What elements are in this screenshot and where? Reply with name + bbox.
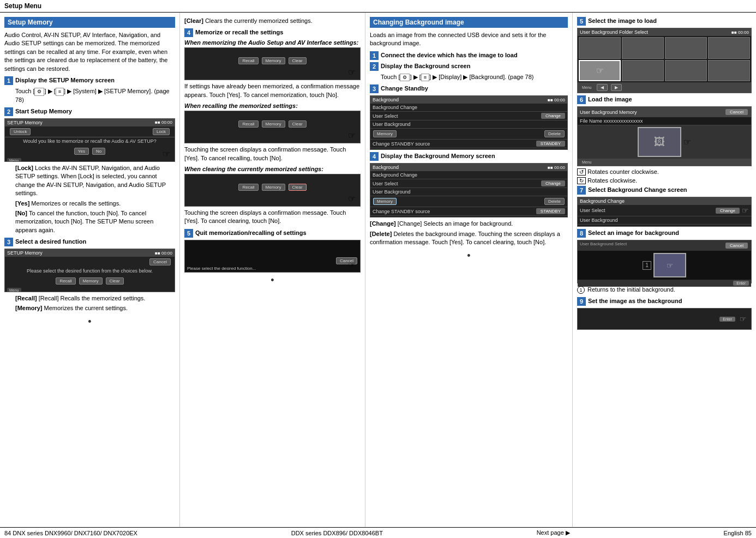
italic1: When memorizing the Audio Setup and AV I… (184, 39, 361, 46)
ub-filename-row: File Name xxxxxxxxxxxxxxxx (578, 117, 751, 125)
bg-user-select-label: User Select (580, 208, 605, 213)
recall-text: [Recall] Recalls the memorized settings. (39, 295, 146, 301)
ub-select-cancel[interactable]: Cancel (725, 243, 748, 249)
thumb-3[interactable] (665, 37, 707, 59)
ub-memory-screen: User Background Memory Cancel File Name … (577, 106, 752, 166)
menu-btn-2[interactable]: Menu (7, 288, 21, 292)
thumb-5-selected[interactable]: ☞ (579, 60, 621, 82)
user-bg-label: User Background (373, 122, 411, 127)
memory-term: [Memory] (15, 305, 44, 311)
user-bg-row2: User Background (370, 188, 567, 196)
thumb-8[interactable] (708, 60, 750, 82)
set-bg-screen: Enter ☞ (577, 308, 752, 330)
step1-num: 1 (4, 76, 13, 85)
change-standby-screen: Background ■■ 00:00 Background Change Us… (370, 95, 568, 150)
recall-bar-btn1[interactable]: Recall (238, 57, 258, 64)
col4-step5-header: 5 Select the image to load (577, 17, 752, 26)
recall-bar-screen2: Recall Memory Clear ☞ (184, 111, 361, 143)
standby-screen-signal: ■■ 00:00 (548, 98, 565, 102)
recall-btn-s2[interactable]: Recall (56, 277, 75, 285)
screen1-title: SETUP Memory (7, 120, 43, 125)
bg-user-bg-label: User Background (580, 217, 618, 223)
nav-btn-left[interactable]: ◀ (597, 84, 608, 91)
delete-btn-s4[interactable]: Delete (544, 198, 565, 205)
memory-btn-s2[interactable]: Memory (79, 277, 103, 285)
menu-btn-1[interactable]: Menu (7, 158, 21, 162)
change-btn-s3[interactable]: Change (541, 113, 565, 119)
clear-btn-s2[interactable]: Clear (106, 277, 124, 285)
change-btn-s4[interactable]: Change (541, 180, 565, 186)
bg-change-label: Background Change (373, 105, 417, 110)
ub-image-preview: 🖼 (638, 127, 681, 157)
clear-bar-btn3[interactable]: Clear (289, 184, 307, 191)
standby-btn2[interactable]: STANDBY (536, 208, 565, 214)
memory-bar-btn1[interactable]: Memory (262, 57, 285, 64)
step5-label: Quit memorization/recalling of settings (195, 229, 307, 237)
recall-bar-btn2[interactable]: Recall (238, 120, 258, 128)
thumb-2[interactable] (622, 37, 664, 59)
thumb-4[interactable] (708, 37, 750, 59)
yes-btn[interactable]: Yes (74, 148, 89, 155)
clear-bar-btn1[interactable]: Clear (289, 57, 307, 64)
col1-setup-memory: Setup Memory Audio Control, AV-IN SETUP,… (0, 13, 180, 527)
bg-step4-header: 4 Display the Background Memory screen (370, 152, 568, 161)
footer-left: 84 DNX series DNX9960/ DNX7160/ DNX7020E… (4, 530, 137, 536)
lock-term: [Lock] (15, 165, 35, 171)
step2-label: Start Setup Memory (15, 107, 72, 116)
bg-change-row: Background Change (370, 104, 567, 112)
enter-btn[interactable]: Enter (733, 281, 749, 286)
memory-bar-btn2[interactable]: Memory (262, 120, 285, 128)
thumb-6[interactable] (622, 60, 664, 82)
next-page-text: Next page ▶ (537, 529, 570, 536)
italic2: When recalling the memorized settings: (184, 102, 361, 109)
menu-btn-5[interactable]: Menu (580, 85, 594, 90)
delete-btn-s3[interactable]: Delete (544, 130, 565, 137)
rotate-icons-block: ↺ Rotates counter clockwise. (577, 168, 752, 176)
recall-memory-desc: [Recall] [Recall] Recalls the memorized … (15, 294, 175, 313)
set-bg-enter-btn[interactable]: Enter (719, 317, 735, 322)
memory-bar-btn3[interactable]: Memory (262, 184, 285, 191)
unlock-btn[interactable]: Unlock (10, 128, 31, 135)
user-select-label: User Select (373, 113, 398, 119)
col4-step9-num: 9 (577, 297, 586, 306)
recall-term: [Recall] (15, 295, 39, 301)
divider-dot-1: • (4, 316, 175, 328)
bg-change-row2: Background Change (370, 171, 567, 179)
ub-select-number: 1 (643, 261, 651, 270)
bg-step1-num: 1 (370, 51, 379, 60)
setup-memory-title: Setup Memory (4, 17, 175, 28)
bg-user-select-row: User Select Change ☞ (578, 205, 751, 216)
ub-memory-cancel[interactable]: Cancel (725, 109, 748, 115)
ub-select-thumb[interactable]: ☞ (653, 253, 686, 277)
memory-btn-s4[interactable]: Memory (373, 198, 397, 205)
bg-change-select-screen: Background Change User Select Change ☞ U… (577, 197, 752, 227)
bg-step3-num: 3 (370, 84, 379, 93)
lock-desc: [Lock] Locks the AV-IN SETUP, Navigation… (15, 164, 175, 234)
hand-cursor-1: ☞ (163, 149, 170, 159)
rotate-ccw-icon: ↺ (577, 168, 586, 176)
col4-step7-header: 7 Select Background Change screen (577, 186, 752, 195)
step3-num: 3 (4, 238, 13, 246)
clear-bar-btn2[interactable]: Clear (289, 120, 307, 128)
step1-header: 1 Display the SETUP Memory screen (4, 76, 175, 85)
step5-header: 5 Quit memorization/recalling of setting… (184, 229, 361, 238)
recall-bar-btn3[interactable]: Recall (238, 184, 258, 191)
col4-step7-label: Select Background Change screen (588, 186, 687, 194)
rotate-cw-text: Rotates clockwise. (587, 177, 637, 184)
step2-num: 2 (4, 107, 13, 116)
screen1-signal: ■■ 00:00 (155, 120, 172, 125)
thumb-1[interactable] (579, 37, 621, 59)
nav-btn-right[interactable]: ▶ (611, 84, 622, 91)
memory-delete-row: Memory Delete (370, 129, 567, 140)
memory-btn-s3[interactable]: Memory (373, 130, 397, 137)
ub-folder-title: User Background Folder Select (580, 29, 648, 35)
ub-hand-cursor: ☞ (667, 261, 674, 270)
standby-btn[interactable]: STANDBY (536, 141, 565, 147)
thumb-7[interactable] (665, 60, 707, 82)
change-btn-col4[interactable]: Change (716, 208, 740, 214)
cancel-btn-s2[interactable]: Cancel (149, 258, 171, 265)
no-btn[interactable]: No (92, 148, 105, 155)
menu-btn-6[interactable]: Menu (580, 160, 594, 165)
lock-btn[interactable]: Lock (153, 128, 170, 135)
screen2-text: Please select the desired function from … (5, 267, 175, 275)
